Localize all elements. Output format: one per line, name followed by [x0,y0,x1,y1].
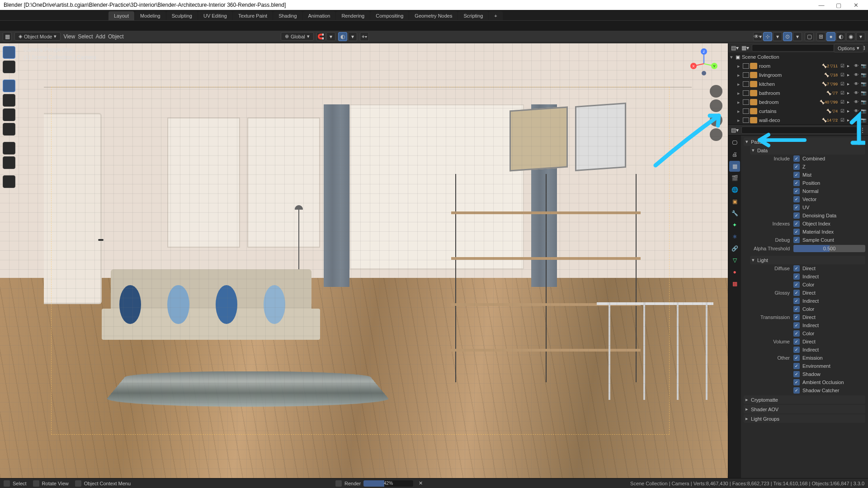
orientation-global[interactable]: ⊕ Global ▾ [281,32,314,41]
tab-material[interactable]: ● [729,267,740,277]
panel-light-groups[interactable]: ▸Light Groups [744,414,865,423]
properties-type-icon[interactable]: ▤▾ [731,127,739,133]
tab-compositing[interactable]: Compositing [370,11,409,20]
checkbox-other-env[interactable]: ✓ [793,363,800,369]
cancel-render-button[interactable]: ✕ [416,480,425,486]
shading-dropdown[interactable]: ▾ [856,32,865,41]
checkbox-other-ao[interactable]: ✓ [793,379,800,385]
tool-scale[interactable] [3,108,15,121]
checkbox-other-sh[interactable]: ✓ [793,371,800,377]
perspective-button[interactable] [710,128,722,141]
checkbox-uv[interactable]: ✓ [793,204,800,211]
tab-object[interactable]: ▣ [729,196,740,207]
outliner-item-wall-deco[interactable]: ▸wall-deco🦴14▽2☑▸👁📷 [728,116,868,125]
panel-shader-aov[interactable]: ▸Shader AOV [744,405,865,413]
maximize-button[interactable]: ▢ [830,0,847,10]
tab-particles[interactable]: ✦ [729,220,740,230]
checkbox-diffuse-d[interactable]: ✓ [793,265,800,272]
tab-rendering[interactable]: Rendering [336,11,370,20]
outliner-item-livingroom[interactable]: ▸livingroom🦴▽18☑▸👁📷 [728,70,868,80]
shading-material[interactable]: ◐ [836,32,845,41]
tool-rotate[interactable] [3,94,15,107]
tab-layout[interactable]: Layout [108,11,134,20]
checkbox-glossy-i[interactable]: ✓ [793,298,800,304]
properties-body[interactable]: ▾Passes ▾Data Include✓Combined✓Z✓Mist✓Po… [741,136,868,478]
tab-world[interactable]: 🌐 [729,184,740,195]
checkbox-diffuse-c[interactable]: ✓ [793,282,800,288]
zoom-button[interactable] [710,85,722,98]
checkbox-diffuse-i[interactable]: ✓ [793,273,800,280]
nav-gizmo[interactable]: Z X Y [688,48,720,80]
pan-button[interactable] [710,99,722,112]
xray-toggle[interactable]: ▢ [805,32,814,41]
gizmo-dropdown[interactable]: ▾ [773,32,782,41]
checkbox-z[interactable]: ✓ [793,164,800,170]
gizmo-toggle[interactable]: ⊹ [763,32,772,41]
checkbox-transmission-c[interactable]: ✓ [793,330,800,337]
mode-dropdown[interactable]: ◈Object Mode▾ [14,32,61,41]
alpha-threshold-field[interactable]: 0.500 [793,245,865,252]
tab-sculpting[interactable]: Sculpting [166,11,198,20]
add-workspace-button[interactable]: + [489,11,502,20]
tab-texture-paint[interactable]: Texture Paint [233,11,273,20]
checkbox-mat[interactable]: ✓ [793,229,800,235]
3d-viewport[interactable]: Camera Perspective (1) Scene Collection … [0,43,728,478]
tab-scripting[interactable]: Scripting [458,11,488,20]
tool-cursor[interactable] [3,61,15,73]
snap-toggle[interactable]: 🧲 [316,32,326,41]
checkbox-other-sc[interactable]: ✓ [793,387,800,394]
pivot-dropdown[interactable]: ⌖▾ [360,32,369,41]
tool-transform[interactable] [3,123,15,136]
tool-add-cube[interactable] [3,175,15,188]
camera-button[interactable] [710,114,722,127]
tool-measure[interactable] [3,156,15,169]
select-menu[interactable]: Select [78,33,93,40]
tab-render[interactable]: 🖵 [729,137,740,148]
tab-output[interactable]: 🖨 [729,149,740,160]
shading-wireframe[interactable]: ⊞ [816,32,826,41]
checkbox-glossy-d[interactable]: ✓ [793,290,800,296]
view-menu[interactable]: View [63,33,75,40]
tab-uv-editing[interactable]: UV Editing [198,11,232,20]
tab-texture[interactable]: ▩ [729,278,740,289]
tab-animation[interactable]: Animation [303,11,336,20]
outliner-item-room[interactable]: ▸room🦴2▽11☑▸👁📷 [728,61,868,70]
editor-type-icon[interactable]: ▦ [3,32,12,41]
overlay-dropdown[interactable]: ▾ [793,32,802,41]
properties-search[interactable] [741,127,857,134]
outliner-item-kitchen[interactable]: ▸kitchen🦴7▽99☑▸👁📷 [728,80,868,89]
checkbox-volume-d[interactable]: ✓ [793,338,800,345]
tool-select-box[interactable] [3,46,15,59]
minimize-button[interactable]: — [813,0,830,10]
tab-modifiers[interactable]: 🔧 [729,208,740,219]
tool-move[interactable] [3,80,15,92]
panel-cryptomatte[interactable]: ▸Cryptomatte [744,395,865,404]
checkbox-vector[interactable]: ✓ [793,196,800,202]
tab-scene[interactable]: 🎬 [729,173,740,183]
checkbox-transmission-i[interactable]: ✓ [793,322,800,328]
outliner-item-bathroom[interactable]: ▸bathroom🦴▽7☑▸👁📷 [728,89,868,98]
checkbox-other-em[interactable]: ✓ [793,355,800,361]
checkbox-position[interactable]: ✓ [793,180,800,186]
outliner[interactable]: ▤▾ ▦▾ ▿ ⊞ ▾ ▣ Scene Collection ▸room🦴2▽1… [728,43,868,125]
checkbox-transmission-d[interactable]: ✓ [793,314,800,320]
tab-modeling[interactable]: Modeling [135,11,166,20]
overlay-toggle[interactable]: ⊙ [783,32,792,41]
outliner-root[interactable]: ▾ ▣ Scene Collection [728,52,868,61]
panel-passes[interactable]: ▾Passes [744,137,865,146]
panel-light[interactable]: ▾Light [750,256,865,264]
outliner-mode-icon[interactable]: ▦▾ [741,45,749,51]
proportional-type[interactable]: ▾ [348,32,357,41]
outliner-item-curtains[interactable]: ▸curtains🦴▽4☑▸👁📷 [728,107,868,116]
checkbox-obj[interactable]: ✓ [793,221,800,227]
options-dropdown[interactable]: Options ▾ [834,44,863,52]
object-menu[interactable]: Object [108,33,124,40]
checkbox-glossy-c[interactable]: ✓ [793,306,800,312]
checkbox-combined[interactable]: ✓ [793,155,800,162]
checkbox-sc[interactable]: ✓ [793,237,800,243]
shading-rendered[interactable]: ◉ [846,32,855,41]
close-button[interactable]: ✕ [847,0,864,10]
outliner-type-icon[interactable]: ▤▾ [731,45,739,51]
shading-solid[interactable]: ● [826,32,835,41]
tab-viewlayer[interactable]: ▦ [729,161,740,172]
